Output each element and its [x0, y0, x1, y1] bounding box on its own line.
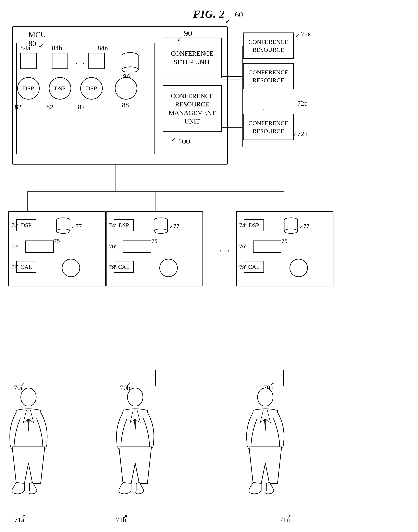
ref-71a-arrow: ↗ — [21, 513, 26, 520]
dsp-circle-3: DSP — [80, 77, 103, 100]
cr-center-circle — [159, 259, 178, 277]
dsp-ref-2: 82 — [46, 103, 53, 111]
horiz-connect-line-right — [222, 79, 243, 79]
conf-res-box-2: CONFERENCE RESOURCE — [243, 63, 294, 89]
cr-center-ref-75: 75 — [151, 237, 157, 244]
cr-right-arrow-76: ↗ — [243, 243, 246, 248]
svg-point-14 — [154, 229, 168, 233]
ref-72a: 72a — [301, 30, 311, 38]
dsp-circle-1: DSP — [17, 77, 40, 100]
cr-right-rect — [253, 241, 281, 253]
cr-center-cal: CAL — [114, 261, 134, 273]
cr-left-ref-75: 75 — [54, 237, 60, 244]
ref-84b: 84b — [52, 44, 62, 52]
cr-box-left: DSP CAL 74 ↗ 75 76 ↗ 77 ↙ 78 ↗ — [8, 211, 106, 287]
line-mcu-down — [115, 165, 116, 191]
horiz-res-1 — [222, 46, 243, 46]
line-person-left — [28, 370, 28, 386]
ref-84n: 84n — [98, 44, 108, 52]
ref-100-arrow: ↙ — [171, 136, 175, 143]
svg-point-24 — [258, 388, 273, 406]
cr-left-cylinder — [56, 217, 71, 235]
cr-right-ref-77: 77 — [303, 223, 309, 230]
ref-72n-arrow: ↙ — [292, 131, 297, 137]
cr-left-circle — [62, 259, 80, 277]
horiz-res-2 — [222, 76, 243, 77]
cr-left-arrow-74: ↗ — [15, 222, 19, 228]
conference-setup-unit: CONFERENCE SETUP UNIT — [163, 38, 222, 78]
line-person-center — [155, 370, 156, 386]
dsp-circle-2: DSP — [49, 77, 71, 100]
cr-box-center: DSP CAL 74 ↗ 75 76 ↗ 77 ↙ 78 ↗ — [106, 211, 203, 287]
cylinder-86 — [121, 52, 139, 73]
cr-center-ref-77: 77 — [173, 223, 179, 230]
conf-res-box-1: CONFERENCE RESOURCE — [243, 33, 294, 59]
cr-right-cylinder — [283, 217, 299, 235]
cr-center-dsp: DSP — [114, 219, 134, 231]
cr-left-cal: CAL — [16, 261, 36, 273]
horiz-res-3 — [222, 127, 243, 128]
svg-point-4 — [122, 67, 138, 72]
cr-center-rect — [123, 241, 151, 253]
line-person-right — [283, 370, 284, 386]
cr-center-arrow-76: ↗ — [113, 243, 116, 248]
dsp-ref-1: 82 — [15, 103, 22, 111]
person-left — [0, 386, 57, 513]
cr-left-arrow-78: ↗ — [15, 264, 19, 269]
cr-left-arrow-77: ↙ — [71, 224, 75, 230]
circle-88 — [115, 77, 137, 100]
ref-60-arrow: ↙ — [225, 18, 230, 25]
page: FIG. 2 60 ↙ MCU 80 ↙ 84a 84b 84n · · · 8… — [0, 0, 418, 532]
dsp-ref-3: 82 — [78, 103, 85, 111]
ref-90: 90 — [184, 28, 192, 38]
mcu-label: MCU — [28, 30, 46, 39]
cr-right-arrow-74: ↗ — [243, 222, 246, 228]
monitor-84a — [20, 53, 37, 69]
person-center — [107, 386, 164, 513]
ref-88: 88 — [122, 101, 129, 109]
ref-72b: 72b — [297, 100, 308, 107]
ref-72n: 72n — [297, 130, 308, 138]
cr-center-arrow-74: ↗ — [113, 222, 116, 228]
monitor-84b — [52, 53, 68, 69]
vert-connect-res — [242, 46, 243, 147]
ref-84a: 84a — [20, 44, 30, 52]
cr-right-arrow-77: ↙ — [299, 224, 303, 230]
person-right — [237, 386, 294, 513]
cr-right-arrow-78: ↗ — [243, 264, 246, 269]
conf-res-arrow-72a: ↙ — [295, 33, 300, 39]
monitor-84n — [88, 53, 105, 69]
ref-71b-arrow: ↗ — [123, 513, 128, 520]
svg-point-22 — [128, 388, 143, 406]
cylinder-86-svg — [121, 52, 139, 72]
ref-71n-arrow: ↗ — [287, 513, 291, 520]
cr-center-arrow-78: ↗ — [113, 264, 116, 269]
line-down-left — [27, 191, 28, 211]
cr-right-cal: CAL — [244, 261, 264, 273]
cr-box-right: DSP CAL 74 ↗ 75 76 ↗ 77 ↙ 78 ↗ — [236, 211, 333, 287]
line-down-center — [156, 191, 156, 211]
svg-point-9 — [57, 229, 70, 233]
cr-center-cylinder — [153, 217, 169, 235]
cr-left-rect — [25, 241, 54, 253]
conference-resource-management-unit: CONFERENCE RESOURCE MANAGEMENT UNIT — [163, 85, 222, 132]
figure-title: FIG. 2 — [193, 8, 225, 20]
conf-res-box-3: CONFERENCE RESOURCE — [243, 114, 294, 140]
cr-center-arrow-77: ↙ — [169, 224, 173, 230]
cr-left-dsp: DSP — [16, 219, 36, 231]
ref-60: 60 — [235, 10, 243, 19]
svg-point-19 — [284, 229, 298, 233]
cr-left-ref-77: 77 — [76, 223, 82, 230]
line-down-right — [284, 191, 284, 211]
cr-right-circle — [290, 259, 308, 277]
svg-point-20 — [21, 388, 36, 406]
cr-left-arrow-76: ↗ — [15, 243, 19, 248]
ref-100: 100 — [178, 136, 190, 146]
cr-right-ref-75: 75 — [281, 237, 288, 244]
cr-right-dsp: DSP — [244, 219, 264, 231]
